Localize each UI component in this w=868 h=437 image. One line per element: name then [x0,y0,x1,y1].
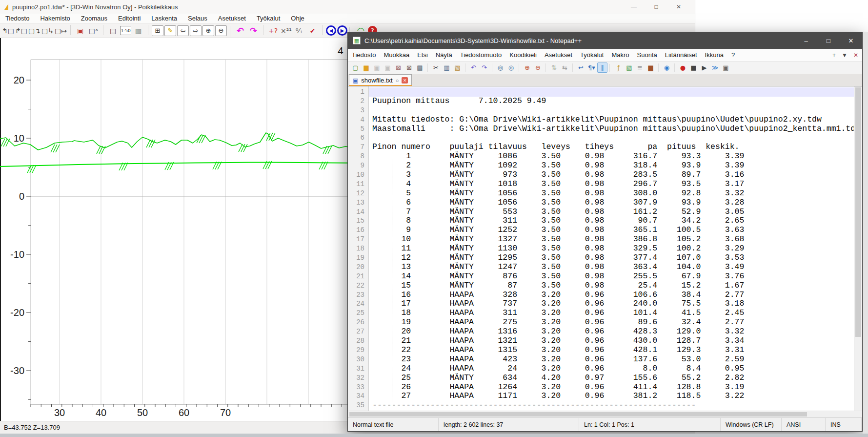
redraw-icon[interactable]: ✎ [164,25,176,36]
menu-item[interactable]: Makro [607,51,633,59]
menu-item[interactable]: Zoomaus [76,15,113,22]
redo-icon[interactable]: ↷ [479,62,489,73]
editor-line[interactable]: 19 12 MÄNTY 1295 3.50 0.98 377.4 107.0 3… [348,253,854,263]
word-wrap-icon[interactable]: ↩ [576,62,586,73]
sync-vertical-icon[interactable]: ⇅ [549,62,559,73]
vertical-scrollbar[interactable] [854,86,862,411]
fit-view-icon[interactable]: ⊞ [152,25,163,36]
sync-horizontal-icon[interactable]: ⇆ [560,62,570,73]
pan-right-icon[interactable]: ⇨ [190,25,202,36]
editor-line[interactable]: 23 16 HAAPA 328 3.20 0.96 106.6 38.4 2.7… [348,291,854,300]
editor-line[interactable]: 24 17 HAAPA 737 3.20 0.96 240.0 75.5 3.1… [348,299,854,309]
print-icon[interactable]: ▤ [107,24,119,37]
macro-stop-icon[interactable]: ■ [688,62,699,73]
point-number-icon[interactable]: ×²¹ [280,24,292,37]
export-file-icon[interactable]: ▢↦ [55,24,67,37]
editor-line[interactable]: 11 4 MÄNTY 1018 3.50 0.98 296.7 93.5 3.1… [348,180,854,189]
menu-item[interactable]: Ohje [285,15,309,22]
document-map-icon[interactable]: ▧ [624,62,634,73]
editor-line[interactable]: 5 Maastomalli : G:\Oma Drive\Wiki-artikk… [348,125,854,134]
close-file-icon[interactable]: ⊠ [393,62,404,73]
folder-workspace-icon[interactable]: ▆ [646,62,656,73]
editor-line[interactable]: 3 [348,106,854,115]
macro-play-icon[interactable]: ▶ [699,62,709,73]
menu-item[interactable]: ? [727,51,739,59]
menu-item[interactable]: Työkalut [251,15,285,22]
menu-item[interactable]: Työkalut [576,51,607,59]
close-button[interactable]: ✕ [667,0,690,14]
coordinate-xyz-icon[interactable]: ⁰⁄₊ [293,24,305,37]
editor-line[interactable]: 16 9 MÄNTY 1252 3.50 0.98 365.1 100.5 3.… [348,226,854,235]
editor-line[interactable]: 28 21 HAAPA 1321 3.20 0.96 430.0 128.7 3… [348,336,854,346]
editor-line[interactable]: 35 -------------------------------------… [348,401,854,410]
open-file-icon[interactable]: ↰▢ [2,24,14,37]
zoom-in-icon[interactable]: ⊕ [202,25,214,36]
npp-titlebar[interactable]: ▦ C:\Users\petri.kaihia\Documents\3D-Sys… [348,32,862,49]
pan-left-icon[interactable]: ⇦ [177,25,189,36]
save-all-icon[interactable]: ▣ [383,62,393,73]
vertical-scrollbar-thumb[interactable] [855,87,861,337]
open-add-file-icon[interactable]: ↱▢ [15,24,27,37]
save-as-file-icon[interactable]: ▢↳ [41,24,54,37]
menu-item[interactable]: Hakemisto [35,15,75,22]
print-icon[interactable]: ▤ [415,62,425,73]
editor-line[interactable]: 22 15 MÄNTY 87 3.50 0.98 25.4 15.2 1.67 [348,281,854,291]
menu-item[interactable]: Asetukset [213,15,251,22]
menu-item[interactable]: Etsi [413,51,432,59]
menu-item[interactable]: Tiedostomuoto [456,51,506,59]
macro-save-icon[interactable]: ▣ [721,62,731,73]
horizontal-scrollbar-thumb[interactable] [349,412,807,416]
menu-item[interactable]: Tiedosto [0,15,35,22]
editor-line[interactable]: 1 [348,87,854,97]
prev-section-button[interactable]: ◀ [326,25,336,36]
approve-check-icon[interactable]: ✔ [306,24,319,37]
menu-item[interactable]: Asetukset [541,51,576,59]
editor-line[interactable]: 32 25 MÄNTY 634 4.20 0.97 155.6 55.2 2.8… [348,374,854,383]
editor-line[interactable]: 34 27 HAAPA 1171 3.20 0.96 381.2 118.5 3… [348,392,854,401]
menu-item[interactable]: Editointi [113,15,146,22]
editor-line[interactable]: 31 24 HAAPA 24 3.20 0.96 8.0 8.4 0.95 [348,364,854,374]
menu-item[interactable]: Koodikieli [505,51,541,59]
next-section-button[interactable]: ▶ [337,25,347,36]
tab-list-button[interactable]: ▼ [842,52,848,59]
save-file-icon[interactable]: ▢↴ [28,24,40,37]
menu-item[interactable]: Näytä [432,51,456,59]
redo-icon[interactable]: ↷ [247,24,260,37]
editor-line[interactable]: 25 18 HAAPA 311 3.20 0.96 101.4 41.5 2.4… [348,309,854,318]
zoom-out-icon[interactable]: ⊖ [215,25,227,36]
paste-icon[interactable]: ▧ [452,62,463,73]
editor-line[interactable]: 21 14 MÄNTY 876 3.50 0.98 255.5 67.9 3.7… [348,272,854,281]
editor-line[interactable]: 7 Pinon numero puulaji tilavuus leveys t… [348,143,854,152]
macro-record-icon[interactable]: ● [678,62,688,73]
zoom-out-icon[interactable]: ⊖ [533,62,543,73]
query-point-icon[interactable]: +? [267,24,279,37]
maximize-button[interactable]: □ [817,32,840,49]
close-all-files-icon[interactable]: ⊠ [404,62,414,73]
editor-line[interactable]: 6 [348,133,854,143]
undo-icon[interactable]: ↶ [234,24,246,37]
editor-line[interactable]: 20 13 MÄNTY 1247 3.50 0.98 363.4 104.0 3… [348,263,854,272]
menu-item[interactable]: Selaus [182,15,213,22]
tab-pin-icon[interactable]: ○ [396,78,399,83]
editor-line[interactable]: 17 10 MÄNTY 1327 3.50 0.98 386.8 105.2 3… [348,235,854,244]
indent-guide-icon[interactable]: ∥ [597,62,607,73]
editor-line[interactable]: 33 26 HAAPA 1264 3.20 0.96 411.4 128.8 3… [348,383,854,392]
editor-line[interactable]: 13 6 MÄNTY 1056 3.50 0.98 307.9 93.9 3.2… [348,198,854,208]
copy-document-icon[interactable]: ▣ [74,24,86,37]
save-file-icon[interactable]: ▣ [372,62,382,73]
close-document-icon[interactable]: ▢ˣ [87,24,100,37]
plot-settings-icon[interactable]: ▥ [132,24,144,37]
close-document-button[interactable]: ✕ [853,52,858,59]
editor-line[interactable]: 10 3 MÄNTY 973 3.50 0.98 283.5 89.7 3.16 [348,170,854,180]
scale-1-50-icon[interactable]: 1:50 [120,26,131,35]
horizontal-scrollbar[interactable] [348,411,862,417]
macro-run-multi-icon[interactable]: ≫ [710,62,720,73]
replace-icon[interactable]: ◎ [506,62,516,73]
menu-item[interactable]: Laskenta [146,15,182,22]
editor-line[interactable]: 8 1 MÄNTY 1086 3.50 0.98 316.7 93.3 3.39 [348,152,854,161]
editor-line[interactable]: 9 2 MÄNTY 1092 3.50 0.98 318.4 93.9 3.39 [348,161,854,170]
editor-line[interactable]: 18 11 MÄNTY 1130 3.50 0.98 329.5 100.2 3… [348,244,854,253]
menu-item[interactable]: Liitännäiset [661,51,701,59]
menu-item[interactable]: Ikkuna [701,51,727,59]
document-list-icon[interactable]: ≡ [635,62,645,73]
